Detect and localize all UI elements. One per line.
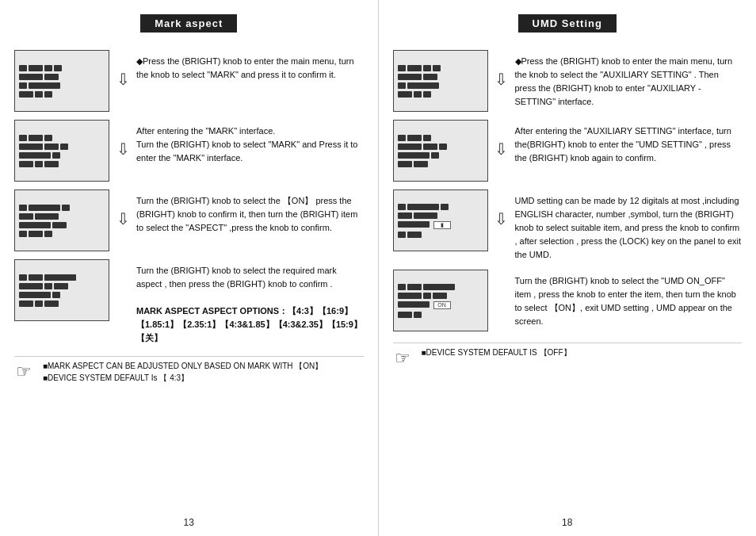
left-step-4: ⇩ Turn the (BRIGHT) knob to select the r… <box>14 259 364 345</box>
left-title-row: Mark aspect <box>14 14 364 44</box>
left-note-text: ■MARK ASPECT CAN BE ADJUSTED ONLY BASED … <box>43 360 323 384</box>
left-arrow-2: ⇩ <box>114 120 132 159</box>
left-screen-4 <box>14 259 109 321</box>
right-column: UMD Setting ⇩ ◆Press the (BRIGHT) knob t… <box>379 0 757 536</box>
left-screen-1 <box>14 50 109 112</box>
right-screen-4: ON <box>393 270 488 331</box>
hand-icon-right: ☞ <box>395 346 417 369</box>
left-step-1: ⇩ ◆Press the (BRIGHT) knob to enter the … <box>14 50 364 112</box>
left-screen-3 <box>14 190 109 251</box>
right-screen-2 <box>393 120 488 182</box>
left-arrow-1: ⇩ <box>114 50 132 89</box>
right-arrow-2: ⇩ <box>493 120 510 159</box>
right-step-3: ▮ ⇩ UMD setting can be made by 12 digita… <box>393 190 743 262</box>
right-notes: ☞ ■DEVICE SYSTEM DEFAULT IS 【OFF】 <box>393 343 743 372</box>
right-title-row: UMD Setting <box>393 14 743 44</box>
right-step-1-text: ◆Press the (BRIGHT) knob to enter the ma… <box>515 50 743 109</box>
left-page-num: 13 <box>14 511 364 528</box>
right-note-text: ■DEVICE SYSTEM DEFAULT IS 【OFF】 <box>422 346 571 358</box>
right-arrow-3: ⇩ <box>493 190 510 228</box>
right-step-1: ⇩ ◆Press the (BRIGHT) knob to enter the … <box>393 50 743 112</box>
right-section-title: UMD Setting <box>518 14 617 33</box>
left-step-2-text: After entering the "MARK" interface.Turn… <box>136 120 364 165</box>
right-step-2-text: After entering the "AUXILIARY SETTING" i… <box>515 120 743 165</box>
left-step-4-text: Turn the (BRIGHT) knob to select the req… <box>136 259 364 345</box>
right-step-2: ⇩ After entering the "AUXILIARY SETTING"… <box>393 120 743 182</box>
hand-icon-left: ☞ <box>16 360 38 382</box>
right-step-4-text: Turn the (BRIGHT) knob to select the "UM… <box>515 270 743 328</box>
right-step-4: ON ⇩ Turn the (BRIGHT) knob to select th… <box>393 270 743 331</box>
left-column: Mark aspect ⇩ ◆Press the (BRIGHT) knob t… <box>0 0 378 536</box>
left-step-3-text: Turn the (BRIGHT) knob to select the 【ON… <box>136 190 364 235</box>
left-step-2: ⇩ After entering the "MARK" interface.Tu… <box>14 120 364 182</box>
right-arrow-1: ⇩ <box>493 50 510 89</box>
left-notes: ☞ ■MARK ASPECT CAN BE ADJUSTED ONLY BASE… <box>14 356 364 387</box>
right-step-3-text: UMD setting can be made by 12 digitals a… <box>515 190 743 262</box>
page: Mark aspect ⇩ ◆Press the (BRIGHT) knob t… <box>0 0 756 536</box>
left-step-1-text: ◆Press the (BRIGHT) knob to enter the ma… <box>136 50 364 82</box>
left-screen-2 <box>14 120 109 182</box>
right-screen-3: ▮ <box>393 190 488 251</box>
left-section-title: Mark aspect <box>140 14 237 33</box>
right-screen-1 <box>393 50 488 112</box>
left-step-3: ⇩ Turn the (BRIGHT) knob to select the 【… <box>14 190 364 251</box>
right-page-num: 18 <box>393 511 743 528</box>
left-arrow-3: ⇩ <box>114 190 132 228</box>
